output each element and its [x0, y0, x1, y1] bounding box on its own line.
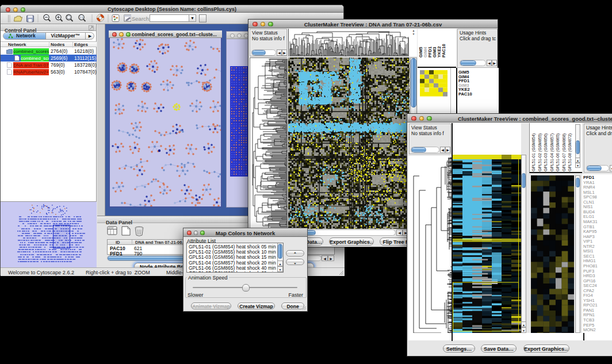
svg-text:1:1: 1:1: [79, 16, 83, 19]
